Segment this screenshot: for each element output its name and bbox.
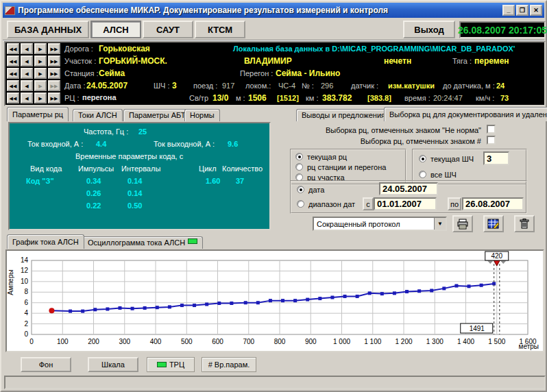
minimize-button[interactable]: _: [502, 5, 515, 16]
range-to-input[interactable]: [462, 197, 524, 210]
alsn-button[interactable]: АЛСН: [90, 21, 141, 38]
speed-label: км/ч :: [476, 94, 494, 102]
tab-rc-selection[interactable]: Выборка рц для документирования и удален…: [384, 107, 547, 121]
date-input[interactable]: [379, 182, 438, 195]
nav-first-icon[interactable]: ◀◀: [7, 93, 19, 103]
station-row: ◀◀ ◀ ▶ ▶▶ Станция : Сейма Перегон : Сейм…: [5, 68, 544, 80]
nav-next-icon[interactable]: ▶: [34, 43, 47, 54]
col-count-header: Количество: [222, 164, 263, 173]
date-range-radio[interactable]: [297, 200, 304, 208]
nav-prev-icon[interactable]: ◀: [21, 80, 33, 91]
svg-text:1 400: 1 400: [457, 338, 474, 345]
svg-text:600: 600: [212, 338, 223, 345]
ktsm-button[interactable]: КТСМ: [195, 21, 245, 38]
current-shch-label: текущая ШЧ: [430, 155, 474, 163]
nav-last-icon[interactable]: ▶▶: [48, 56, 60, 66]
exit-button[interactable]: Выход: [403, 21, 455, 38]
close-button[interactable]: ✕: [530, 5, 542, 16]
trash-icon: [519, 219, 530, 230]
traction-value: перемен: [474, 56, 509, 66]
km-value: 383.782: [322, 93, 352, 103]
tab-toki-alsn[interactable]: Токи АЛСН: [73, 109, 123, 121]
saut-button[interactable]: САУТ: [143, 21, 193, 38]
nav-last-icon[interactable]: ▶▶: [48, 68, 60, 79]
current-out-label: Ток выходной, А :: [154, 140, 215, 148]
svg-text:6: 6: [24, 299, 28, 306]
tab-oscillogram[interactable]: Осциллограмма тока АЛСН: [82, 236, 203, 249]
not-norma-checkbox-label: Выборка рц, отмеченных знаком "Не норма": [326, 126, 481, 134]
nav-prev-icon[interactable]: ◀: [21, 56, 33, 66]
nav-next-icon[interactable]: ▶: [34, 93, 47, 103]
tab-conclusions[interactable]: Выводы и предложения: [296, 109, 391, 121]
tab-current-graph[interactable]: График тока АЛСН: [7, 234, 84, 249]
print-protocol-button[interactable]: [452, 215, 473, 232]
col-intervals-header: Интервалы: [121, 164, 160, 173]
station-stage-rc-radio[interactable]: [295, 163, 303, 171]
km-label: км :: [306, 94, 319, 102]
hash-checkbox[interactable]: [487, 136, 496, 145]
protocol-dropdown[interactable]: Сокращенный протокол ▼: [313, 217, 447, 231]
trc-toggle-button[interactable]: ТРЦ: [147, 357, 195, 372]
svg-text:700: 700: [243, 338, 254, 345]
nav-last-icon[interactable]: ▶▶: [48, 93, 60, 103]
current-rc-radio[interactable]: [295, 153, 303, 160]
range-from-label: с: [363, 197, 374, 210]
nav-first-icon[interactable]: ◀◀: [7, 43, 19, 54]
tab-oscillogram-label: Осциллограмма тока АЛСН: [88, 238, 185, 247]
impulse-value: 0.26: [86, 189, 101, 197]
nav-next-icon[interactable]: ▶: [34, 68, 47, 79]
scale-button[interactable]: Шкала: [88, 357, 138, 372]
current-shch-radio[interactable]: [419, 155, 426, 162]
not-norma-checkbox[interactable]: [487, 125, 496, 134]
loco-number-label: № :: [302, 82, 314, 90]
rc-selection-panel: Выборка рц, отмеченных знаком "Не норма"…: [289, 121, 546, 233]
col-code-header: Вид кода: [30, 164, 62, 173]
current-out-value: 9.6: [228, 140, 238, 148]
nav-first-icon[interactable]: ◀◀: [7, 80, 19, 91]
svg-text:метры: метры: [519, 343, 539, 350]
maximize-button[interactable]: ❐: [516, 5, 528, 16]
date-radio[interactable]: [297, 186, 304, 193]
time-params-title: Временные параметры кода, с: [75, 152, 183, 160]
current-in-value: 4.4: [96, 140, 106, 148]
road-value: Горьковская: [99, 44, 150, 53]
nav-prev-icon[interactable]: ◀: [21, 68, 33, 79]
range-from-input[interactable]: [374, 197, 437, 210]
stage-label: Перегон :: [240, 69, 273, 77]
col-cycle-header: Цикл: [199, 164, 217, 173]
to-sensor-label: до датчика, м :: [443, 82, 495, 90]
nav-next-icon[interactable]: ▶: [34, 56, 47, 66]
micar-window: Программное обеспечение МИКАР. Документи…: [0, 0, 547, 392]
all-shch-radio[interactable]: [419, 171, 426, 178]
database-button[interactable]: БАЗА ДАННЫХ: [7, 21, 89, 38]
nav-first-icon[interactable]: ◀◀: [7, 56, 19, 66]
svg-text:500: 500: [181, 338, 193, 345]
shch-number-input[interactable]: [483, 151, 509, 165]
tab-normy[interactable]: Нормы: [184, 109, 220, 121]
svg-text:14: 14: [21, 256, 29, 264]
nav-first-icon[interactable]: ◀◀: [7, 68, 19, 79]
alsn-chart[interactable]: 01002003004005006007008009001 0001 1001 …: [5, 249, 544, 352]
loco-number-value: 296: [321, 82, 333, 90]
nav-last-icon[interactable]: ▶▶: [48, 43, 60, 54]
svg-text:800: 800: [274, 338, 286, 345]
delete-button[interactable]: [514, 215, 535, 232]
all-shch-label: все ШЧ: [430, 171, 457, 179]
background-button[interactable]: Фон: [21, 357, 71, 372]
svg-text:8: 8: [24, 288, 28, 295]
tab-params-abt[interactable]: Параметры АБТ: [123, 109, 191, 121]
chevron-down-icon[interactable]: ▼: [434, 218, 446, 230]
table-icon: [487, 219, 500, 230]
date-groupbox: дата диапазон дат с по: [290, 180, 527, 214]
time-params-toggle-button[interactable]: # Вр.парам.: [202, 357, 256, 372]
nav-last-icon-disabled: ▶▶: [48, 80, 60, 91]
sensor-value: изм.катушки: [388, 82, 435, 90]
parity-value: нечетн: [384, 56, 411, 66]
tab-params-rc[interactable]: Параметры рц: [7, 107, 69, 121]
loco-value: ЧС-4: [278, 82, 295, 90]
printer-icon: [457, 219, 469, 230]
nav-prev-icon[interactable]: ◀: [21, 43, 33, 54]
section-value: ГОРЬКИЙ-МОСК.: [99, 56, 167, 66]
nav-prev-icon[interactable]: ◀: [21, 93, 33, 103]
report-table-button[interactable]: [483, 215, 504, 232]
